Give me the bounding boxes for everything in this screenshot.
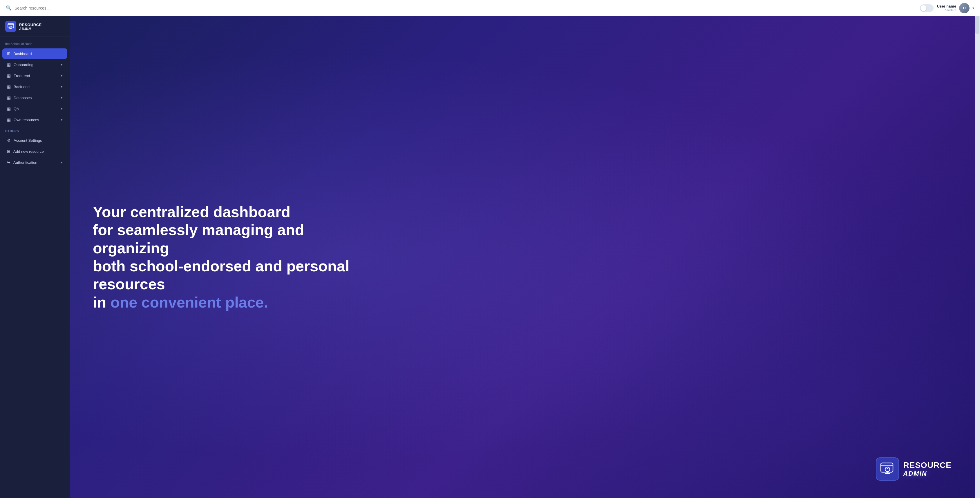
user-info[interactable]: User name Student U ▾ <box>937 3 974 13</box>
hero-section: Your centralized dashboard for seamlessl… <box>70 16 975 498</box>
sidebar-item-own-resources[interactable]: ▦ Own resources ▾ <box>2 114 67 125</box>
sidebar-item-onboarding[interactable]: ▦ Onboarding ▾ <box>2 59 67 70</box>
header: 🔍 User name Student U ▾ <box>0 0 980 16</box>
add-resource-icon: ⊟ <box>7 149 10 154</box>
search-icon: 🔍 <box>6 5 12 11</box>
logo-subtitle: ADMIN <box>19 27 42 30</box>
frontend-icon: ▦ <box>7 73 11 78</box>
hero-logo-icon <box>876 457 899 481</box>
header-left: 🔍 <box>6 5 920 11</box>
logo-icon <box>5 21 16 32</box>
sidebar-item-label: Account Settings <box>14 138 42 143</box>
logo-text: RESOURCE ADMIN <box>19 22 42 30</box>
sidebar-item-add-new-resource[interactable]: ⊟ Add new resource <box>2 146 67 157</box>
scrollbar-track[interactable] <box>975 16 980 498</box>
hero-content: Your centralized dashboard for seamlessl… <box>93 203 354 311</box>
backend-icon: ▦ <box>7 84 11 89</box>
header-right: User name Student U ▾ <box>920 3 974 13</box>
own-resources-icon: ▦ <box>7 117 11 122</box>
sidebar-item-label: Dashboard <box>13 52 32 56</box>
sidebar-item-label: Back-end <box>14 85 30 89</box>
qa-icon: ▦ <box>7 106 11 111</box>
user-text: User name Student <box>937 4 956 12</box>
sidebar-item-label: Onboarding <box>14 63 33 67</box>
sidebar: RESOURCE ADMIN the School of Node ⊞ Dash… <box>0 16 70 498</box>
search-input[interactable] <box>14 6 102 10</box>
chevron-down-icon: ▾ <box>61 74 63 78</box>
hero-line4-highlight: one convenient place. <box>111 294 268 311</box>
hero-line4-prefix: in <box>93 294 111 311</box>
logo-title: RESOURCE <box>19 22 42 27</box>
sidebar-item-label: Databases <box>14 96 32 100</box>
avatar: U <box>959 3 970 13</box>
hero-logo-title: RESOURCE <box>903 461 951 470</box>
hero-line2: for seamlessly managing and organizing <box>93 222 304 256</box>
settings-icon: ⚙ <box>7 138 11 143</box>
hero-logo: RESOURCE ADMIN <box>876 457 951 481</box>
sidebar-item-backend[interactable]: ▦ Back-end ▾ <box>2 81 67 92</box>
chevron-down-icon: ▾ <box>61 107 63 111</box>
user-name: User name <box>937 4 956 8</box>
sidebar-item-label: Own resources <box>14 118 39 122</box>
sidebar-item-label: QA <box>14 107 19 111</box>
hero-logo-text: RESOURCE ADMIN <box>903 461 951 477</box>
sidebar-logo: RESOURCE ADMIN <box>0 16 70 37</box>
main-content: Your centralized dashboard for seamlessl… <box>70 16 975 498</box>
right-scrollbar-panel <box>975 16 980 498</box>
chevron-down-icon: ▾ <box>61 63 63 67</box>
onboarding-icon: ▦ <box>7 62 11 67</box>
svg-rect-4 <box>881 463 893 472</box>
svg-rect-0 <box>8 24 14 28</box>
user-role: Student <box>937 8 956 12</box>
hero-line1: Your centralized dashboard <box>93 203 290 220</box>
sidebar-item-label: Front-end <box>14 74 30 78</box>
main-layout: RESOURCE ADMIN the School of Node ⊞ Dash… <box>0 16 980 498</box>
dashboard-icon: ⊞ <box>7 51 10 56</box>
hero-logo-subtitle: ADMIN <box>903 470 951 477</box>
authentication-icon: ↪ <box>7 160 10 165</box>
chevron-down-icon: ▾ <box>61 96 63 100</box>
sidebar-item-databases[interactable]: ▦ Databases ▾ <box>2 92 67 103</box>
sidebar-item-authentication[interactable]: ↪ Authentication ▾ <box>2 157 67 168</box>
sidebar-item-dashboard[interactable]: ⊞ Dashboard <box>2 48 67 59</box>
chevron-down-icon: ▾ <box>61 85 63 89</box>
sidebar-item-label: Authentication <box>13 160 37 165</box>
sidebar-item-label: Add new resource <box>13 149 44 154</box>
others-label: OTHERS <box>0 125 70 135</box>
sidebar-item-frontend[interactable]: ▦ Front-end ▾ <box>2 70 67 81</box>
toggle-knob <box>921 5 926 11</box>
avatar-image: U <box>959 3 970 13</box>
school-label: the School of Node <box>0 37 70 48</box>
theme-toggle[interactable] <box>920 4 934 12</box>
user-menu-chevron[interactable]: ▾ <box>972 6 974 10</box>
nav-items: ⊞ Dashboard ▦ Onboarding ▾ ▦ Front-end ▾ <box>0 48 70 125</box>
databases-icon: ▦ <box>7 95 11 100</box>
hero-line3: both school-endorsed and personal resour… <box>93 258 349 292</box>
sidebar-item-qa[interactable]: ▦ QA ▾ <box>2 103 67 114</box>
hero-title: Your centralized dashboard for seamlessl… <box>93 203 354 311</box>
chevron-down-icon: ▾ <box>61 118 63 122</box>
sidebar-item-account-settings[interactable]: ⚙ Account Settings <box>2 135 67 146</box>
others-items: ⚙ Account Settings ⊟ Add new resource ↪ … <box>0 135 70 168</box>
chevron-down-icon: ▾ <box>61 160 63 164</box>
scrollbar-thumb[interactable] <box>975 16 979 33</box>
